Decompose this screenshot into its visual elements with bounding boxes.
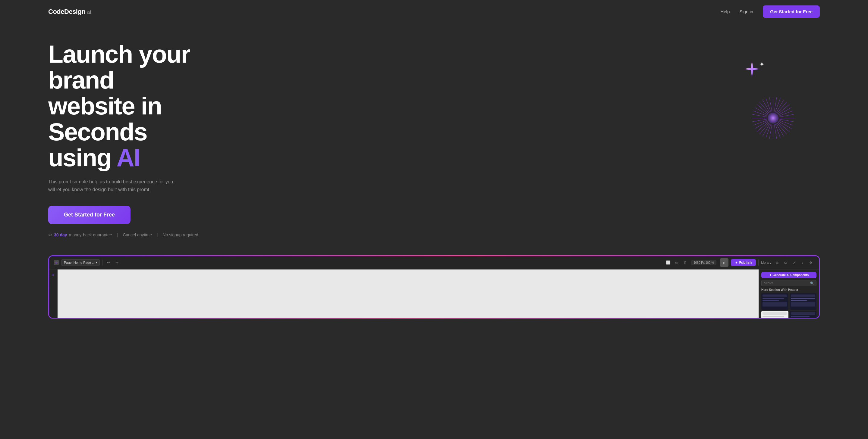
hero-trust-bar: ⚙ 30 day money-back guarantee | Cancel a… xyxy=(48,232,241,237)
search-input[interactable] xyxy=(764,281,809,285)
shield-icon: ⚙ xyxy=(48,232,52,237)
settings-icon-button[interactable]: ⚙ xyxy=(807,259,814,266)
navbar: CodeDesign ai Help Sign in Get Started f… xyxy=(0,0,868,23)
redo-button[interactable]: ↪ xyxy=(113,259,121,266)
hero-title-line3-prefix: using xyxy=(48,144,116,171)
trust-days: 30 day xyxy=(54,232,67,237)
starburst-icon xyxy=(750,96,796,142)
trust-no-signup: No signup required xyxy=(163,232,198,237)
hero-title-line1: Launch your brand xyxy=(48,40,190,94)
app-toolbar: </> Page: Home Page ... ▾ ↩ ↪ ⬜ ▭ xyxy=(49,256,819,269)
copy-icon-button[interactable]: ⧉ xyxy=(782,259,789,266)
component-thumb-2[interactable] xyxy=(789,293,817,310)
svg-line-1 xyxy=(774,97,777,112)
page-select[interactable]: Page: Home Page ... ▾ xyxy=(61,259,100,266)
hero-content: Launch your brand website in Seconds usi… xyxy=(48,41,241,237)
separator-2: | xyxy=(157,232,158,237)
svg-line-26 xyxy=(752,119,767,122)
app-inner: </> Page: Home Page ... ▾ ↩ ↪ ⬜ ▭ xyxy=(49,256,819,318)
svg-line-19 xyxy=(770,124,772,139)
toolbar-divider-2 xyxy=(758,260,758,266)
download-icon-button[interactable]: ↓ xyxy=(799,259,806,266)
help-link[interactable]: Help xyxy=(720,9,730,14)
generate-ai-label: Generate AI Components xyxy=(773,273,809,277)
app-screenshot-border: </> Page: Home Page ... ▾ ↩ ↪ ⬜ ▭ xyxy=(48,255,820,318)
toolbar-center: ⬜ ▭ ▯ 1080 Px 100 % xyxy=(664,259,716,266)
trust-cancel: Cancel anytime xyxy=(123,232,152,237)
grid-icon-button[interactable]: ⊞ xyxy=(774,259,780,266)
tablet-view-button[interactable]: ▭ xyxy=(673,259,680,266)
svg-line-10 xyxy=(779,119,794,122)
panel-search-box: 🔍 xyxy=(761,280,816,286)
publish-icon: ✦ xyxy=(735,261,738,264)
panel-components xyxy=(761,293,816,318)
hero-decorations xyxy=(241,41,820,168)
chevron-down-icon: ▾ xyxy=(96,261,97,264)
toolbar-right: ▶ ✦ Publish Library ⊞ ⧉ ↗ ↓ ⚙ xyxy=(720,258,814,267)
play-button[interactable]: ▶ xyxy=(720,258,728,267)
code-icon: </> xyxy=(54,260,59,265)
page-label: Page: Home Page ... xyxy=(64,261,95,264)
undo-button[interactable]: ↩ xyxy=(105,259,112,266)
svg-line-35 xyxy=(770,97,772,112)
toolbar-left: </> Page: Home Page ... ▾ ↩ ↪ xyxy=(54,259,661,266)
svg-line-28 xyxy=(752,114,767,117)
view-buttons: ⬜ ▭ ▯ xyxy=(664,259,689,266)
sparkle-4point-icon xyxy=(741,59,766,85)
app-screenshot-section: </> Page: Home Page ... ▾ ↩ ↪ ⬜ ▭ xyxy=(0,255,868,318)
publish-label: Publish xyxy=(739,261,752,265)
nav-cta-button[interactable]: Get Started for Free xyxy=(763,5,820,18)
component-thumb-1[interactable] xyxy=(761,293,788,310)
toolbar-divider-1 xyxy=(102,260,102,266)
sparkle-icon: ✦ xyxy=(769,273,772,277)
svg-point-36 xyxy=(768,112,778,124)
hero-title: Launch your brand website in Seconds usi… xyxy=(48,41,241,171)
app-body: » ✦ Generate AI Components 🔍 Hero Sectio xyxy=(49,269,819,318)
hero-title-ai: AI xyxy=(116,144,140,171)
undo-redo-group: ↩ ↪ xyxy=(105,259,121,266)
play-icon: ▶ xyxy=(723,261,725,264)
generate-ai-button[interactable]: ✦ Generate AI Components xyxy=(761,272,816,278)
hero-subtitle: This promt sample help us to build best … xyxy=(48,178,175,193)
mobile-view-button[interactable]: ▯ xyxy=(681,259,689,266)
component-thumb-3[interactable] xyxy=(761,311,788,318)
panel-section-title: Hero Section With Header xyxy=(761,288,816,292)
hero-section: Launch your brand website in Seconds usi… xyxy=(0,23,868,249)
library-label: Library xyxy=(761,261,771,264)
nav-links: Help Sign in Get Started for Free xyxy=(720,5,820,18)
logo-main-text: CodeDesign xyxy=(48,8,85,16)
size-display: 1080 Px 100 % xyxy=(691,260,716,265)
publish-button[interactable]: ✦ Publish xyxy=(731,259,756,266)
hero-title-line2: website in Seconds xyxy=(48,92,161,145)
logo: CodeDesign ai xyxy=(48,8,91,16)
share-icon-button[interactable]: ↗ xyxy=(790,259,797,266)
panel-expand-icon: » xyxy=(51,272,56,277)
app-canvas xyxy=(58,269,758,318)
component-thumb-4[interactable] xyxy=(789,311,817,318)
search-icon: 🔍 xyxy=(810,281,814,285)
trust-badge: ⚙ 30 day money-back guarantee xyxy=(48,232,112,237)
signin-link[interactable]: Sign in xyxy=(739,9,753,14)
svg-line-17 xyxy=(774,124,777,139)
hero-cta-button[interactable]: Get Started for Free xyxy=(48,206,130,224)
trust-text: money-back guarantee xyxy=(69,232,112,237)
logo-ai-text: ai xyxy=(87,10,91,15)
app-left-panel: » xyxy=(49,269,58,318)
svg-line-8 xyxy=(779,114,794,117)
desktop-view-button[interactable]: ⬜ xyxy=(664,259,672,266)
separator-1: | xyxy=(117,232,118,237)
toolbar-icons-right: ⊞ ⧉ ↗ ↓ ⚙ xyxy=(774,259,814,266)
app-right-panel: ✦ Generate AI Components 🔍 Hero Section … xyxy=(758,269,819,318)
